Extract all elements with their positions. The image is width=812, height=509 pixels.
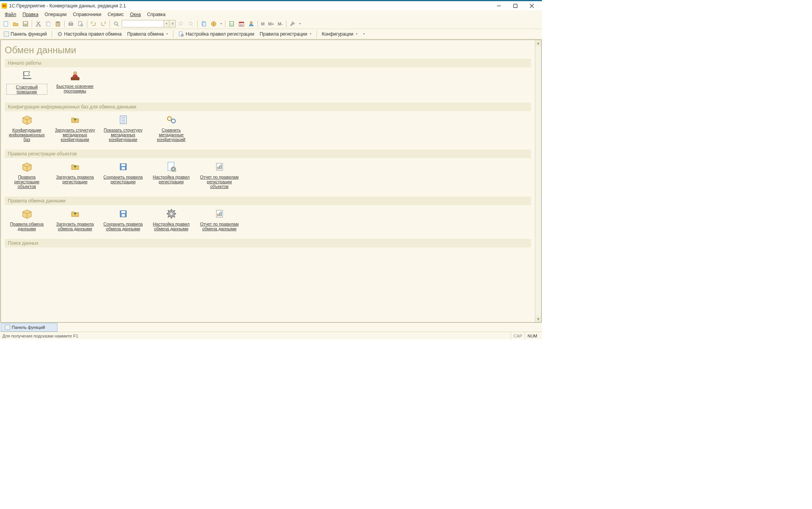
cut-icon[interactable]: [34, 20, 43, 28]
panel-functions-icon: [3, 31, 9, 37]
search-input[interactable]: [122, 20, 164, 27]
tile-link[interactable]: Конфигурации информационных баз: [6, 114, 47, 142]
tile-link[interactable]: Правила обмена данными: [6, 208, 47, 231]
report-icon: [213, 161, 226, 173]
scroll-up-icon[interactable]: ▲: [535, 40, 541, 46]
tile-label: Сохранить правила регистрации: [103, 175, 144, 184]
menu-file[interactable]: Файл: [2, 11, 19, 18]
menu-edit[interactable]: Правка: [20, 11, 41, 18]
svg-point-19: [179, 22, 182, 25]
tile-link[interactable]: Быстрое освоение программы: [54, 70, 95, 93]
menu-references[interactable]: Справочники: [70, 11, 104, 18]
info-icon[interactable]: i: [209, 20, 218, 28]
compare-icon: [165, 114, 178, 126]
m-button[interactable]: M: [260, 22, 266, 26]
configurations-extra-dropdown[interactable]: ▼: [362, 30, 366, 38]
svg-rect-22: [203, 22, 206, 26]
svg-point-53: [173, 168, 174, 170]
folder-up-icon: [69, 114, 81, 126]
svg-line-69: [174, 216, 175, 217]
svg-point-63: [170, 213, 173, 215]
save-icon[interactable]: [21, 20, 30, 28]
svg-rect-15: [79, 22, 82, 26]
menu-operations[interactable]: Операции: [42, 11, 69, 18]
svg-rect-38: [23, 72, 24, 79]
taskbar-tab-panel-functions[interactable]: Панель функций: [1, 323, 58, 332]
search-clear[interactable]: ✕: [169, 20, 176, 27]
section-header: Поиск данных: [5, 239, 531, 247]
tile-label: Стартовый помощник: [6, 84, 47, 95]
chevron-down-icon: ▼: [166, 32, 168, 35]
minimize-button[interactable]: [494, 3, 504, 9]
svg-rect-58: [221, 164, 221, 169]
window-title: 1С:Предприятие - Конвертация данных, ред…: [9, 3, 494, 9]
svg-point-17: [114, 22, 117, 25]
tile-link[interactable]: Загрузить структуру метаданных конфигура…: [54, 114, 95, 142]
search-dropdown[interactable]: ▼: [164, 20, 169, 27]
tile-label: Конфигурации информационных баз: [6, 128, 47, 142]
close-button[interactable]: [527, 3, 537, 9]
folder-up-icon: [69, 208, 81, 220]
exchange-rules-dropdown[interactable]: Правила обмена ▼: [126, 31, 170, 38]
tile-link[interactable]: Стартовый помощник: [6, 70, 47, 95]
maximize-button[interactable]: [511, 3, 520, 9]
tile-link[interactable]: Загрузить правила обмена данными: [54, 208, 95, 231]
vertical-scrollbar[interactable]: ▲ ▼: [535, 40, 541, 322]
configurations-dropdown[interactable]: Конфигурации ▼: [320, 31, 360, 38]
save-icon: [117, 208, 130, 220]
redo-icon[interactable]: [99, 20, 108, 28]
user-icon[interactable]: [247, 20, 256, 28]
menu-help[interactable]: Справка: [145, 11, 168, 18]
svg-point-20: [189, 22, 192, 25]
tile-link[interactable]: Настройка правил регистрации: [151, 161, 192, 184]
tile-link[interactable]: Отчет по правилам обмена данными: [199, 208, 240, 231]
box-icon: [21, 114, 33, 126]
page-title: Обмен данными: [5, 42, 531, 59]
mplus-button[interactable]: M+: [267, 22, 275, 26]
search-box[interactable]: ▼ ✕: [122, 20, 176, 27]
menu-windows[interactable]: Окна: [128, 11, 143, 18]
undo-icon[interactable]: [89, 20, 98, 28]
copy-icon[interactable]: [44, 20, 52, 28]
tile-link[interactable]: Настройка правил обмена данными: [151, 208, 192, 231]
find-prev-icon[interactable]: [177, 20, 185, 28]
tile-link[interactable]: Сохранить правила обмена данными: [103, 208, 144, 231]
tile-label: Настройка правил обмена данными: [151, 222, 192, 231]
wrench-icon[interactable]: [288, 20, 297, 28]
registration-rules-setup-button[interactable]: Настройка правил регистрации: [176, 30, 256, 38]
copy-doc-icon[interactable]: [200, 20, 208, 28]
svg-text:31: 31: [240, 23, 243, 26]
panel-functions-button[interactable]: Панель функций: [2, 30, 49, 38]
section-body: Правила регистрации объектовЗагрузить пр…: [5, 158, 531, 194]
registration-rules-dropdown[interactable]: Правила регистрации ▼: [258, 31, 314, 38]
info-dropdown[interactable]: ▼: [219, 20, 223, 28]
tile-link[interactable]: Сравнить метаданные конфигураций: [151, 114, 192, 142]
scroll-thumb[interactable]: [537, 117, 540, 128]
calc-icon[interactable]: [227, 20, 236, 28]
svg-rect-10: [47, 22, 50, 26]
print-icon[interactable]: [67, 20, 75, 28]
find-next-icon[interactable]: [187, 20, 195, 28]
tile-label: Правила обмена данными: [6, 222, 47, 231]
find-icon[interactable]: [112, 20, 121, 28]
new-icon[interactable]: [2, 20, 10, 28]
tile-link[interactable]: Загрузить правила регистрации: [54, 161, 95, 184]
menu-service[interactable]: Сервис: [105, 11, 126, 18]
registration-rules-setup-label: Настройка правил регистрации: [185, 31, 254, 37]
mminus-button[interactable]: M-: [277, 22, 284, 26]
svg-rect-60: [121, 211, 125, 213]
tile-link[interactable]: Сохранить правила регистрации: [103, 161, 144, 184]
paste-icon[interactable]: [54, 20, 62, 28]
tile-label: Быстрое освоение программы: [54, 84, 95, 93]
tile-link[interactable]: Правила регистрации объектов: [6, 161, 47, 189]
open-icon[interactable]: [11, 20, 20, 28]
scroll-down-icon[interactable]: ▼: [535, 316, 541, 322]
wrench-dropdown[interactable]: ▼: [298, 20, 302, 28]
scroll-track[interactable]: [535, 46, 541, 316]
tile-link[interactable]: Отчет по правилам регистрации объектов: [199, 161, 240, 189]
preview-icon[interactable]: [76, 20, 85, 28]
exchange-rules-setup-button[interactable]: Настройка правил обмена: [55, 30, 123, 38]
calendar-icon[interactable]: 31: [237, 20, 246, 28]
tile-link[interactable]: Показать структуру метаданных конфигурац…: [103, 114, 144, 142]
svg-point-36: [181, 34, 184, 36]
